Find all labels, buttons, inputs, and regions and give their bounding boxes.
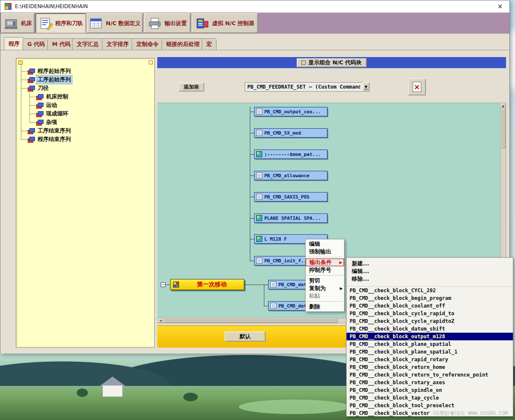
menu-separator [347,283,513,287]
submenu-arrow-icon: ▶ [339,260,342,265]
menu-item-edit[interactable]: 编辑 [306,240,344,248]
command-block-icon [270,282,276,288]
menu-item-suppress-seq[interactable]: 抑制序号 [306,266,344,274]
submenu-item-cmd[interactable]: PB_CMD__check_block_rotary_axes [347,379,513,386]
menu-item-delete[interactable]: 删除 [306,303,344,311]
scroll-left-button[interactable]: ◄ [158,318,163,323]
tab-program[interactable]: 程序 [4,37,24,50]
submenu-item-cmd[interactable]: PB_CMD__check_block_cycle_rapidtoZ [347,317,513,325]
command-block-icon [256,109,262,115]
submenu-item-edit[interactable]: 编辑... [347,268,513,275]
desktop: E:\HEIDENHAIN\HEIDENHAIN × 机床 程序和刀轨 N [0,0,515,420]
toolbar-button-nc-data[interactable]: N/C 数据定义 [87,13,143,33]
toolbar-button-virtual-nc[interactable]: 虚拟 N/C 控制器 [191,13,258,33]
menu-item-output-condition[interactable]: 输出条件 ▶ [306,259,344,266]
submenu-item-cmd[interactable]: PB_CMD__check_block_spindle_on [347,386,513,394]
tree-line [21,71,28,72]
nc-block[interactable]: PB_CMD_output_coo... [254,107,327,116]
menu-item-cut[interactable]: 剪切 [306,277,344,285]
nc-block-header: 显示组合 N/C 代码块 [157,57,506,68]
tab-linked-post[interactable]: 链接的后处理 [162,38,204,50]
tree-item-operation-start[interactable]: 工序起始序列 [28,75,72,84]
submenu-item-cmd[interactable]: PB_CMD__check_block_return_home [347,363,513,371]
command-block-icon [256,173,262,178]
tab-word-summary[interactable]: 文字汇总 [72,38,104,50]
tree-item-machine-control[interactable]: 机床控制 [36,92,69,101]
tab-g-code[interactable]: G 代码 [23,38,49,50]
tree-line [21,139,28,140]
tree-line [21,88,28,89]
horizontal-scroll-thumb[interactable] [164,318,338,323]
tree-line [21,131,28,131]
submenu-item-cmd[interactable]: PB_CMD__check_block_datum_shift [347,325,513,333]
submenu-item-cmd[interactable]: PB_CMD__check_block_begin_program [347,294,513,302]
tab-macro[interactable]: 宏 [202,38,217,50]
tree-root-node[interactable] [18,60,23,65]
submenu-item-cmd[interactable]: PB_CMD__check_block_coolant_off [347,302,513,310]
submenu-item-cmd[interactable]: PB_CMD__check_block_plane_spatial_1 [347,348,513,356]
tree-item-toolpath[interactable]: 刀径 [28,84,50,92]
block-marker-icon [301,60,306,65]
expand-collapse-toggle[interactable]: − [161,282,165,287]
sequence-icon [36,94,43,100]
submenu-item-cmd[interactable]: PB_CMD__check_block_cycle_rapid_to [347,310,513,317]
nc-block[interactable]: PB_CMD_5X_mod [254,128,327,138]
wallpaper-tree [77,388,88,397]
block-dropdown[interactable]: PB_CMD_FEEDRATE_SET — (Custom Command [245,82,362,92]
tab-word-sequencing[interactable]: 文字排序 [102,38,133,50]
nc-block[interactable]: ;--------$mom_pat... [254,150,327,159]
first-move-block[interactable]: 第一次移动 [170,279,244,290]
nc-block[interactable]: PLANE SPATIAL SPA... [254,213,327,223]
tree-item-misc[interactable]: 杂项 [36,118,58,127]
nc-block[interactable]: PB_CMD_allowance [254,171,327,180]
menu-separator [307,275,343,276]
menu-item-paste[interactable]: 粘贴 [306,292,344,300]
toolbar-button-machine[interactable]: 机床 [1,13,35,33]
tree-item-program-end[interactable]: 程序结束序列 [28,135,72,144]
display-combined-nc-label: 显示组合 N/C 代码块 [297,58,366,67]
toolbar-button-output-settings[interactable]: 输出设置 [144,13,191,33]
menu-separator [307,257,343,257]
wallpaper-house-roof [100,377,125,386]
machine-icon [4,17,18,30]
tree-item-motion[interactable]: 运动 [36,101,58,109]
printer-icon [148,17,162,30]
toolbar-button-program-toolpath[interactable]: 程序和刀轨 [35,13,86,33]
submenu-item-cmd-selected[interactable]: PB_CMD__check_block_output_m128 [347,333,513,340]
scroll-up-button[interactable]: ▲ [501,103,506,109]
submenu-item-new[interactable]: 新建... [347,260,513,268]
connector-line [250,154,254,155]
connector-line [165,285,170,285]
tab-custom-command[interactable]: 定制命令 [132,38,163,50]
tab-row: 程序 G 代码 M 代码 文字汇总 文字排序 定制命令 链接的后处理 宏 [0,34,509,50]
add-block-button[interactable]: 添加块 [179,83,204,92]
submenu-item-cmd[interactable]: PB_CMD__check_block_tool_preselect [347,402,513,409]
panel-grip[interactable] [149,60,153,64]
marker-block-icon [173,282,179,288]
submenu-item-cmd[interactable]: PB_CMD__check_block_tap_cycle [347,394,513,402]
sequence-icon [36,111,43,117]
tab-m-code[interactable]: M 代码 [47,38,75,50]
submenu-item-cmd[interactable]: PB_CMD__check_block_CYCL_202 [347,287,513,294]
delete-block-button[interactable]: × [408,78,426,95]
nc-data-icon [89,17,103,30]
submenu-item-cmd[interactable]: PB_CMD__check_block_return_to_reference_… [347,371,513,379]
submenu-item-remove[interactable]: 移除... [347,275,513,283]
command-block-icon [256,130,262,136]
close-button[interactable]: × [491,0,509,12]
default-button[interactable]: 默认 [225,331,266,342]
tree-item-canned-cycles[interactable]: 现成循环 [36,109,69,118]
tree-line [29,114,36,114]
submenu-item-cmd[interactable]: PB_CMD__check_block_plane_spatial [347,340,513,348]
nc-block[interactable]: PB_CMD_5AXIS_POS [254,192,327,201]
sequence-icon [28,128,34,134]
vertical-scroll-thumb[interactable] [501,109,506,148]
dropdown-arrow-button[interactable]: ▼ [362,82,370,92]
window-title: E:\HEIDENHAIN\HEIDENHAIN [15,3,88,9]
tree-item-operation-end[interactable]: 工序结束序列 [28,127,72,135]
delete-block-icon: × [413,82,421,92]
tree-item-program-start[interactable]: 程序起始序列 [28,67,72,75]
menu-item-copy-as[interactable]: 复制为 ▶ [306,285,344,292]
submenu-item-cmd[interactable]: PB_CMD__check_block_rapid_rotary [347,356,513,363]
menu-item-force-output[interactable]: 强制输出 [306,248,344,256]
